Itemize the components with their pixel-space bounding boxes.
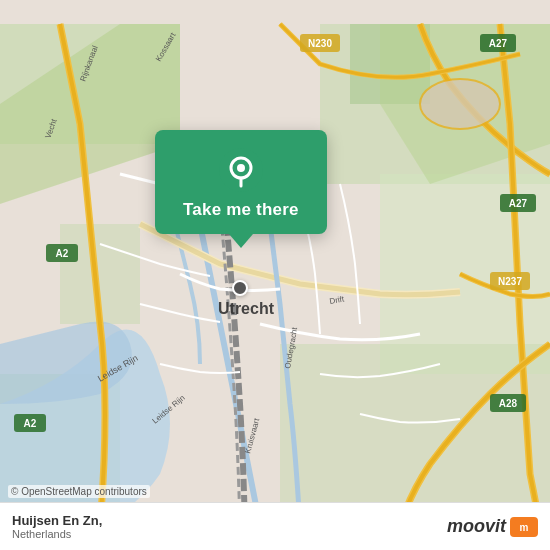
svg-point-10 — [420, 79, 500, 129]
moovit-text: moovit — [447, 516, 506, 537]
svg-text:A27: A27 — [509, 198, 528, 209]
copyright-label: © OpenStreetMap contributors — [11, 486, 147, 497]
svg-text:A2: A2 — [24, 418, 37, 429]
location-name: Huijsen En Zn, — [12, 513, 102, 528]
popup-tail — [229, 234, 253, 248]
location-country: Netherlands — [12, 528, 102, 540]
bottom-bar: Huijsen En Zn, Netherlands moovit m — [0, 502, 550, 550]
copyright-text: © OpenStreetMap contributors — [8, 485, 150, 498]
moovit-icon: m — [510, 517, 538, 537]
take-me-there-button[interactable]: Take me there — [183, 200, 299, 220]
svg-text:N237: N237 — [498, 276, 522, 287]
location-pin-icon — [219, 148, 263, 192]
svg-text:Utrecht: Utrecht — [218, 300, 275, 317]
svg-text:m: m — [520, 522, 529, 533]
map-container: A27 A27 A2 A2 A28 N230 N237 Utrecht Leid… — [0, 0, 550, 550]
map-location-pin — [232, 280, 248, 296]
map-background: A27 A27 A2 A2 A28 N230 N237 Utrecht Leid… — [0, 0, 550, 550]
svg-text:A27: A27 — [489, 38, 508, 49]
location-info: Huijsen En Zn, Netherlands — [12, 513, 102, 540]
svg-text:A28: A28 — [499, 398, 518, 409]
svg-text:N230: N230 — [308, 38, 332, 49]
moovit-logo[interactable]: moovit m — [447, 516, 538, 537]
popup: Take me there — [155, 130, 327, 248]
take-me-there-card[interactable]: Take me there — [155, 130, 327, 234]
svg-text:A2: A2 — [56, 248, 69, 259]
svg-point-36 — [237, 164, 245, 172]
